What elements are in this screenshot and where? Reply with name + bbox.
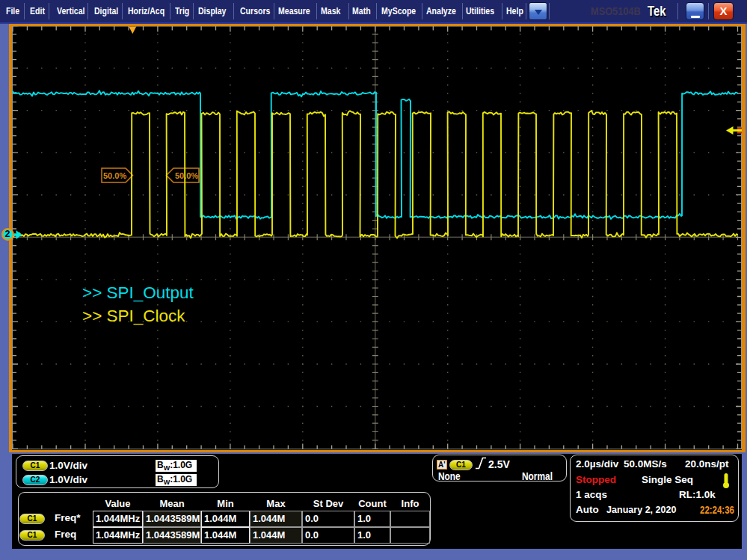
svg-text:>> SPI_Output: >> SPI_Output [82,283,194,301]
svg-text:>> SPI_Clock: >> SPI_Clock [82,306,185,324]
svg-text:50.0%: 50.0% [175,170,198,179]
svg-text:50.0%: 50.0% [103,170,126,179]
